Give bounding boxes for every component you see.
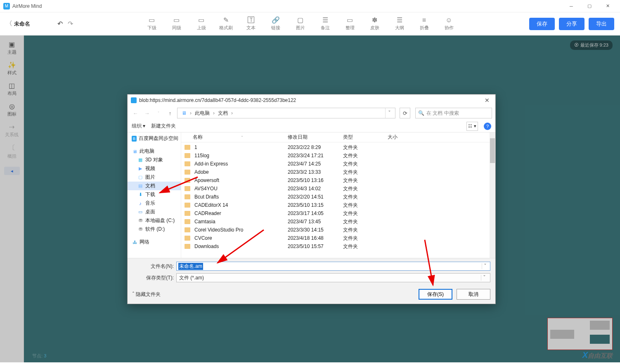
- tree-node-1[interactable]: 🖥此电脑: [128, 147, 181, 156]
- filename-dropdown[interactable]: ˇ: [482, 263, 488, 269]
- file-row[interactable]: Bcut Drafts2023/2/20 14:51文件夹: [181, 193, 490, 201]
- savetype-value: 文件 (*.am): [179, 274, 204, 281]
- nav-up-button[interactable]: ↑: [166, 109, 175, 118]
- file-list-header[interactable]: 名称ˆ 修改日期 类型 大小: [181, 132, 490, 142]
- app-title: AirMore Mind: [12, 3, 42, 9]
- app-logo-icon: M: [3, 3, 10, 9]
- file-row[interactable]: Downloads2023/5/10 15:57文件夹: [181, 242, 490, 251]
- search-input[interactable]: 🔍 在 文档 中搜索: [415, 108, 492, 118]
- toolbar-item-7[interactable]: ☰备注: [318, 17, 333, 31]
- dialog-icon: [131, 97, 137, 103]
- scrollbar-thumb[interactable]: [490, 138, 495, 163]
- refresh-button[interactable]: ⟳: [400, 108, 410, 118]
- toolbar-item-8[interactable]: ▭整理: [343, 17, 357, 31]
- file-type: 文件夹: [340, 243, 384, 250]
- tree-node-9[interactable]: ⛃本地磁盘 (C:): [128, 216, 181, 225]
- window-close-button[interactable]: ✕: [599, 0, 617, 12]
- export-button[interactable]: 导出: [589, 18, 614, 30]
- toolbar-item-12[interactable]: ☺协作: [442, 17, 457, 31]
- folder-tree[interactable]: B百度网盘同步空间🖥此电脑▩3D 对象▶视频▢图片▤文档⬇下载♪音乐▭桌面⛃本地…: [128, 132, 181, 258]
- file-row[interactable]: Apowersoft2023/5/10 13:16文件夹: [181, 176, 490, 184]
- tree-label: 视频: [145, 165, 155, 172]
- file-row[interactable]: CADReader2023/3/17 14:05文件夹: [181, 209, 490, 217]
- toolbar-item-1[interactable]: ▭同级: [169, 17, 184, 31]
- help-button[interactable]: ?: [484, 123, 491, 130]
- savetype-select[interactable]: 文件 (*.am) ˇ: [176, 273, 490, 282]
- tree-node-11[interactable]: 🖧网络: [128, 238, 181, 246]
- organize-menu[interactable]: 组织 ▾: [132, 123, 145, 130]
- file-row[interactable]: Adobe2023/3/2 13:33文件夹: [181, 168, 490, 176]
- sort-asc-icon: ˆ: [241, 135, 243, 139]
- hide-folders-button[interactable]: ˆ隐藏文件夹: [133, 291, 161, 298]
- dialog-save-button[interactable]: 保存(S): [419, 289, 452, 300]
- folder-icon: [185, 186, 190, 191]
- file-date: 2023/4/18 16:48: [284, 235, 340, 241]
- view-options-button[interactable]: ☷ ▾: [466, 122, 478, 131]
- toolbar-icon: ✽: [372, 17, 377, 24]
- file-row[interactable]: Camtasia2023/4/7 13:45文件夹: [181, 217, 490, 226]
- toolbar-item-3[interactable]: ✎格式刷: [219, 17, 234, 31]
- file-row[interactable]: 12023/2/22 8:29文件夹: [181, 143, 490, 151]
- toolbar-item-5[interactable]: 🔗链接: [268, 17, 283, 31]
- tree-node-8[interactable]: ▭桌面: [128, 208, 181, 216]
- back-icon[interactable]: 〈: [6, 19, 12, 28]
- breadcrumb-bar[interactable]: 🖥 › 此电脑 › 文档 › ˇ: [177, 108, 395, 118]
- tree-node-10[interactable]: ⛃软件 (D:): [128, 225, 181, 234]
- tree-node-2[interactable]: ▩3D 对象: [128, 156, 181, 164]
- tree-node-6[interactable]: ⬇下载: [128, 190, 181, 199]
- file-type: 文件夹: [340, 202, 384, 209]
- save-button[interactable]: 保存: [529, 18, 555, 30]
- share-button[interactable]: 分享: [559, 18, 585, 30]
- toolbar-item-2[interactable]: ▭上级: [194, 17, 209, 31]
- scrollbar[interactable]: [490, 132, 495, 258]
- dialog-title: blob:https://mind.airmore.cn/7dda8b47-05…: [139, 97, 296, 103]
- folder-icon: [185, 178, 190, 183]
- monitor-icon: 🖥: [132, 149, 137, 154]
- file-row[interactable]: CADEditorX 142023/5/10 13:15文件夹: [181, 201, 490, 209]
- tree-label: 此电脑: [140, 148, 154, 155]
- file-name: CADEditorX 14: [194, 202, 228, 208]
- file-row[interactable]: CVCore2023/4/18 16:48文件夹: [181, 234, 490, 242]
- window-maximize-button[interactable]: ▢: [580, 0, 599, 12]
- tree-label: 百度网盘同步空间: [139, 135, 178, 142]
- document-name[interactable]: 未命名: [14, 20, 30, 28]
- breadcrumb-dropdown[interactable]: ˇ: [385, 108, 393, 118]
- toolbar-item-9[interactable]: ✽皮肤: [367, 17, 382, 31]
- toolbar-item-11[interactable]: ≡折叠: [417, 17, 432, 31]
- new-folder-button[interactable]: 新建文件夹: [151, 123, 176, 130]
- dialog-close-button[interactable]: ✕: [482, 97, 492, 104]
- drive-icon: ⛃: [137, 227, 143, 232]
- tree-node-0[interactable]: B百度网盘同步空间: [128, 134, 181, 143]
- toolbar-icon: ☰: [322, 17, 328, 24]
- file-type: 文件夹: [340, 144, 384, 151]
- save-file-dialog: blob:https://mind.airmore.cn/7dda8b47-05…: [127, 94, 496, 304]
- breadcrumb-docs[interactable]: 文档: [215, 110, 230, 117]
- toolbar-label: 皮肤: [370, 25, 379, 31]
- savetype-label: 保存类型(T):: [133, 274, 174, 281]
- dialog-cancel-button[interactable]: 取消: [457, 289, 490, 300]
- toolbar-item-4[interactable]: 🅃文本: [244, 17, 258, 31]
- file-name: Downloads: [194, 243, 219, 249]
- tree-node-5[interactable]: ▤文档: [128, 182, 181, 190]
- file-row[interactable]: AVS4YOU2023/4/3 14:02文件夹: [181, 184, 490, 193]
- toolbar-item-6[interactable]: ▢图片: [293, 17, 308, 31]
- redo-button[interactable]: ↷: [68, 20, 73, 28]
- toolbar-icon: 🔗: [272, 17, 280, 24]
- window-minimize-button[interactable]: ─: [562, 0, 580, 12]
- tree-node-4[interactable]: ▢图片: [128, 173, 181, 182]
- nav-recent-button[interactable]: ˇ: [154, 109, 163, 118]
- undo-button[interactable]: ↶: [57, 20, 63, 28]
- file-list[interactable]: 12023/2/22 8:29文件夹115log2023/3/24 17:21文…: [181, 142, 490, 258]
- tree-label: 本地磁盘 (C:): [145, 217, 175, 224]
- file-row[interactable]: 115log2023/3/24 17:21文件夹: [181, 151, 490, 160]
- file-name: CADReader: [194, 210, 221, 216]
- toolbar-item-0[interactable]: ▭下级: [144, 17, 159, 31]
- breadcrumb-pc[interactable]: 此电脑: [192, 110, 212, 117]
- toolbar-item-10[interactable]: ☰大纲: [392, 17, 407, 31]
- tree-node-7[interactable]: ♪音乐: [128, 199, 181, 208]
- file-row[interactable]: Add-in Express2023/4/7 14:25文件夹: [181, 160, 490, 168]
- nav-back-button[interactable]: ←: [131, 109, 140, 118]
- filename-input[interactable]: 未命名.am ˇ: [176, 262, 490, 271]
- tree-node-3[interactable]: ▶视频: [128, 164, 181, 173]
- file-row[interactable]: Corel VideoStudio Pro2023/3/30 14:15文件夹: [181, 226, 490, 234]
